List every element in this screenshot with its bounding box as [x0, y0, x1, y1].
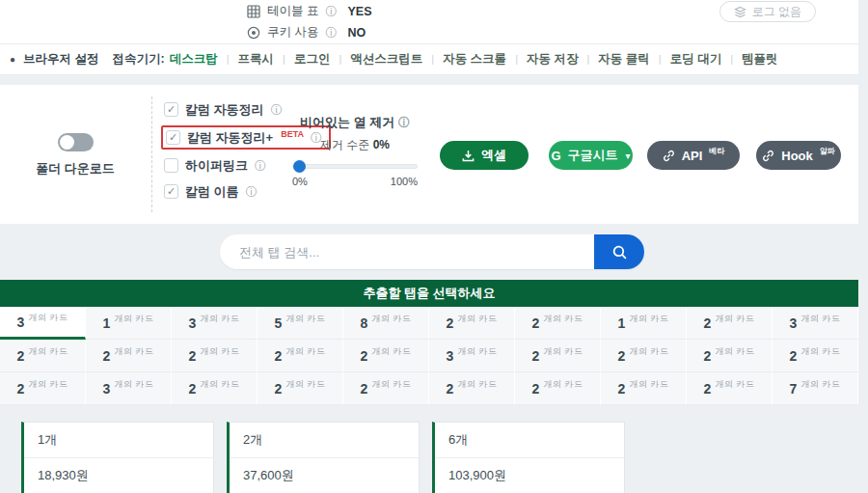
card-count-unit: 개의 카드: [200, 345, 239, 358]
tab-card-cell[interactable]: 2개의 카드: [343, 372, 429, 405]
table-option-value: YES: [347, 5, 371, 18]
browser-setting-item[interactable]: 로딩 대기: [670, 52, 721, 66]
card-count-number: 2: [17, 348, 25, 364]
tab-card-cell[interactable]: 2개의 카드: [687, 372, 773, 405]
card-count-number: 2: [275, 381, 283, 397]
slider-title: 비어있는 열 제거 ⓘ: [292, 114, 418, 131]
card-count-unit: 개의 카드: [371, 313, 411, 325]
tab-card-cell[interactable]: 2개의 카드: [515, 372, 601, 405]
api-button[interactable]: API베타: [647, 141, 740, 170]
checkbox[interactable]: ✓: [164, 184, 178, 199]
empty-column-remove-block: 비어있는 열 제거 ⓘ 제거 수준 0% 0% 100%: [292, 114, 418, 187]
folder-download-toggle[interactable]: [58, 133, 94, 151]
tab-search-input[interactable]: [220, 234, 594, 269]
tab-card-cell[interactable]: 2개의 카드: [258, 340, 343, 372]
tab-card-cell[interactable]: 2개의 카드: [258, 372, 343, 405]
checkbox[interactable]: [164, 158, 178, 173]
browser-setting-item[interactable]: 프록시: [238, 52, 275, 66]
card-count-unit: 개의 카드: [114, 313, 153, 325]
tab-card-cell[interactable]: 7개의 카드: [773, 372, 858, 405]
card-count-unit: 개의 카드: [371, 345, 411, 358]
browser-setting-item[interactable]: 액션스크립트: [350, 52, 422, 66]
card-count: 6개: [435, 423, 624, 458]
remove-level-slider[interactable]: [292, 164, 418, 169]
price-card[interactable]: 2개 37,600원: [227, 422, 420, 493]
browser-setting-item[interactable]: 자동 저장: [527, 52, 578, 66]
info-icon[interactable]: ⓘ: [325, 27, 337, 39]
card-count-unit: 개의 카드: [114, 378, 153, 391]
search-section: [0, 224, 858, 280]
log-empty-button[interactable]: 로그 없음: [719, 1, 816, 22]
card-count: 2개: [230, 423, 419, 458]
checkbox[interactable]: ✓: [164, 102, 178, 117]
tab-card-cell[interactable]: 3개의 카드: [429, 340, 515, 372]
info-icon[interactable]: ⓘ: [246, 186, 258, 198]
tab-card-cell[interactable]: 3개의 카드: [86, 372, 172, 405]
tab-card-cell[interactable]: 2개의 카드: [687, 307, 773, 340]
browser-setting-item[interactable]: 로그인: [294, 52, 331, 66]
card-count-number: 2: [618, 381, 626, 397]
tab-card-cell[interactable]: 2개의 카드: [172, 372, 258, 405]
tab-card-cell[interactable]: 1개의 카드: [601, 307, 687, 340]
tab-card-cell[interactable]: 8개의 카드: [343, 307, 429, 340]
card-count-number: 3: [103, 381, 111, 397]
download-icon: [462, 150, 475, 162]
table-icon: [247, 5, 260, 18]
checkbox-label: 칼럼 이름: [185, 183, 239, 201]
table-option-label: 테이블 표: [267, 3, 318, 19]
card-count-number: 2: [618, 348, 626, 364]
tab-card-cell[interactable]: 2개의 카드: [0, 340, 86, 372]
tab-card-cell[interactable]: 2개의 카드: [515, 307, 601, 340]
price-card[interactable]: 6개 103,900원: [432, 422, 625, 493]
info-icon[interactable]: ⓘ: [398, 116, 410, 129]
tab-card-cell[interactable]: 3개의 카드: [773, 307, 858, 340]
device-value[interactable]: 데스크탑: [170, 51, 218, 68]
card-count-unit: 개의 카드: [800, 378, 840, 391]
card-count-unit: 개의 카드: [715, 378, 754, 391]
tab-card-cell[interactable]: 3개의 카드: [172, 307, 258, 340]
info-icon[interactable]: ⓘ: [255, 160, 266, 172]
slider-knob[interactable]: [293, 160, 306, 173]
tab-card-cell[interactable]: 2개의 카드: [172, 340, 258, 372]
info-icon[interactable]: ⓘ: [271, 104, 283, 116]
tab-card-cell[interactable]: 2개의 카드: [773, 340, 858, 372]
card-count-unit: 개의 카드: [457, 313, 497, 325]
tab-card-cell[interactable]: 2개의 카드: [601, 372, 687, 405]
card-price: 18,930원: [24, 458, 213, 493]
browser-setting-item[interactable]: 자동 클릭: [598, 52, 649, 66]
card-count-unit: 개의 카드: [200, 313, 239, 325]
browser-setting-item[interactable]: 자동 스크롤: [443, 52, 506, 66]
tab-card-cell[interactable]: 2개의 카드: [343, 340, 429, 372]
tab-card-cell[interactable]: 2개의 카드: [0, 372, 86, 405]
checkbox[interactable]: ✓: [166, 130, 180, 145]
tab-card-cell[interactable]: 2개의 카드: [687, 340, 773, 372]
tab-card-cell[interactable]: 2개의 카드: [86, 340, 172, 372]
card-count-unit: 개의 카드: [800, 313, 840, 325]
tab-card-cell[interactable]: 2개의 카드: [601, 340, 687, 372]
tab-card-cell[interactable]: 2개의 카드: [515, 340, 601, 372]
cookie-option-value: NO: [347, 26, 366, 40]
info-icon[interactable]: ⓘ: [325, 6, 337, 17]
search-button[interactable]: [594, 234, 644, 269]
card-count-number: 3: [790, 315, 798, 331]
price-card[interactable]: 1개 18,930원: [21, 422, 214, 493]
tab-card-cell[interactable]: 1개의 카드: [86, 307, 172, 340]
card-count-number: 1: [618, 315, 626, 331]
browser-setting-item[interactable]: 템플릿: [742, 52, 778, 66]
tab-card-cell[interactable]: 5개의 카드: [258, 307, 343, 340]
card-count-number: 2: [17, 381, 25, 397]
slider-minmax: 0% 100%: [292, 176, 418, 187]
google-sheet-button[interactable]: G 구글시트 ▾: [549, 141, 633, 170]
link-icon: [762, 150, 774, 162]
bullet-icon: ●: [10, 54, 15, 65]
tab-card-cell[interactable]: 2개의 카드: [429, 372, 515, 405]
table-option-row: 테이블 표 ⓘ YES: [247, 3, 372, 19]
tab-card-cell[interactable]: 3개의 카드: [0, 307, 86, 340]
cookie-option-row: 쿠키 사용 ⓘ NO: [247, 24, 366, 41]
card-count-unit: 개의 카드: [543, 378, 583, 391]
separator: |: [730, 53, 733, 65]
tab-card-cell[interactable]: 2개의 카드: [429, 307, 515, 340]
excel-button[interactable]: 엑셀: [440, 141, 529, 170]
select-tab-header: 추출할 탭을 선택하세요: [0, 280, 858, 307]
hook-button[interactable]: Hook알파: [756, 141, 841, 170]
